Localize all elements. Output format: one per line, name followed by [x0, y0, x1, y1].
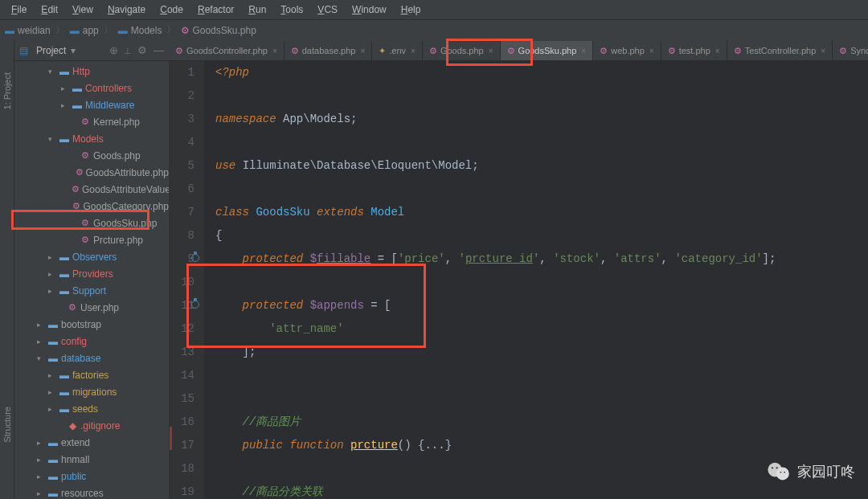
tree-extend[interactable]: ▸▬extend	[14, 434, 169, 451]
menu-vcs[interactable]: VCS	[311, 2, 344, 17]
tree-public[interactable]: ▸▬public	[14, 468, 169, 485]
close-icon[interactable]: ×	[411, 47, 416, 55]
breadcrumb-app[interactable]: ▬app	[70, 25, 99, 36]
tab-TestController.php[interactable]: ⚙TestController.php×	[727, 41, 833, 60]
wechat-icon	[767, 462, 791, 481]
svg-point-3	[776, 467, 777, 468]
svg-point-5	[784, 472, 785, 473]
breadcrumb-weidian[interactable]: ▬weidian	[5, 25, 51, 36]
tree-Middleware[interactable]: ▸▬Middleware	[14, 96, 169, 113]
menu-code[interactable]: Code	[154, 2, 190, 17]
editor-tabs: ⚙GoodsController.php×⚙database.php×✦.env…	[169, 40, 868, 61]
tree-User.php[interactable]: ⚙User.php	[14, 299, 169, 316]
menu-run[interactable]: Run	[242, 2, 272, 17]
tree-hnmall[interactable]: ▸▬hnmall	[14, 451, 169, 468]
close-icon[interactable]: ×	[821, 47, 825, 55]
svg-point-2	[772, 467, 773, 468]
close-icon[interactable]: ×	[272, 47, 277, 55]
menu-view[interactable]: View	[66, 2, 100, 17]
menu-refactor[interactable]: Refactor	[191, 2, 240, 17]
tab-web.php[interactable]: ⚙web.php×	[593, 41, 661, 60]
tab-test.php[interactable]: ⚙test.php×	[661, 41, 727, 60]
close-icon[interactable]: ×	[581, 47, 586, 55]
tree-Controllers[interactable]: ▸▬Controllers	[14, 80, 169, 96]
tree-Prcture.php[interactable]: ⚙Prcture.php	[14, 231, 169, 248]
menu-tools[interactable]: Tools	[274, 2, 309, 17]
project-panel-title: Project	[36, 45, 66, 56]
project-tree: ▾▬Http▸▬Controllers▸▬Middleware⚙Kernel.p…	[14, 61, 169, 499]
tree-resources[interactable]: ▸▬resources	[14, 485, 169, 499]
toolwindow-structure[interactable]: Structure	[2, 407, 12, 443]
tree-database[interactable]: ▾▬database	[14, 350, 169, 366]
svg-point-4	[780, 472, 781, 473]
toolwindow-project[interactable]: 1: Project	[2, 72, 12, 109]
tree-Support[interactable]: ▸▬Support	[14, 282, 169, 299]
tree-GoodsSku.php[interactable]: ⚙GoodsSku.php	[14, 215, 169, 231]
collapse-icon[interactable]: ⟂	[125, 44, 131, 56]
menu-navigate[interactable]: Navigate	[101, 2, 152, 17]
tree-Models[interactable]: ▾▬Models	[14, 130, 169, 147]
gear-icon[interactable]: ⚙	[137, 44, 147, 56]
watermark: 家园叮咚	[767, 462, 855, 481]
menu-file[interactable]: File	[5, 2, 33, 17]
tree-migrations[interactable]: ▸▬migrations	[14, 383, 169, 400]
menu-window[interactable]: Window	[346, 2, 393, 17]
folder-icon: ▤	[19, 45, 28, 56]
tree-GoodsCategory.php[interactable]: ⚙GoodsCategory.php	[14, 198, 169, 215]
tree-config[interactable]: ▸▬config	[14, 333, 169, 350]
close-icon[interactable]: ×	[489, 47, 493, 55]
breadcrumb-GoodsSku.php[interactable]: ⚙GoodsSku.php	[181, 25, 256, 36]
menubar: FileEditViewNavigateCodeRefactorRunTools…	[0, 0, 868, 19]
breadcrumbs: ▬weidian〉▬app〉▬Models〉⚙GoodsSku.php	[0, 19, 868, 40]
tree-factories[interactable]: ▸▬factories	[14, 366, 169, 383]
svg-point-1	[776, 467, 789, 480]
tree-Observers[interactable]: ▸▬Observers	[14, 248, 169, 265]
editor-area: ⚙GoodsController.php×⚙database.php×✦.env…	[169, 40, 868, 499]
target-icon[interactable]: ⊕	[109, 44, 118, 56]
close-icon[interactable]: ×	[649, 47, 654, 55]
project-sidebar: ▤ Project ▾ ⊕ ⟂ ⚙ — ▾▬Http▸▬Controllers▸…	[14, 40, 169, 499]
breadcrumb-Models[interactable]: ▬Models	[118, 25, 162, 36]
tree-seeds[interactable]: ▸▬seeds	[14, 400, 169, 417]
line-gutter: 12345678910111213141516171819202324	[169, 61, 204, 499]
close-icon[interactable]: ×	[360, 47, 365, 55]
left-tool-strip: 1: Project Structure	[0, 40, 14, 499]
code-content[interactable]: <?phpnamespace App\Models;use Illuminate…	[204, 61, 868, 499]
menu-edit[interactable]: Edit	[35, 2, 64, 17]
menu-help[interactable]: Help	[395, 2, 428, 17]
tree-Kernel.php[interactable]: ⚙Kernel.php	[14, 113, 169, 130]
tab-.env[interactable]: ✦.env×	[372, 41, 423, 60]
tab-GoodsController.php[interactable]: ⚙GoodsController.php×	[169, 41, 285, 60]
tree-GoodsAttributeValue.p[interactable]: ⚙GoodsAttributeValue.p	[14, 181, 169, 198]
red-marker	[170, 427, 172, 450]
tree-.gitignore[interactable]: ◆.gitignore	[14, 417, 169, 434]
tree-Providers[interactable]: ▸▬Providers	[14, 265, 169, 282]
tab-GoodsSku.php[interactable]: ⚙GoodsSku.php×	[501, 41, 594, 60]
tab-Goods.php[interactable]: ⚙Goods.php×	[423, 41, 501, 60]
tree-Goods.php[interactable]: ⚙Goods.php	[14, 147, 169, 164]
tab-SyncGoods.php[interactable]: ⚙SyncGoods.php×	[833, 41, 868, 60]
tree-Http[interactable]: ▾▬Http	[14, 63, 169, 80]
tree-GoodsAttribute.php[interactable]: ⚙GoodsAttribute.php	[14, 164, 169, 181]
tab-database.php[interactable]: ⚙database.php×	[285, 41, 373, 60]
hide-icon[interactable]: —	[154, 44, 164, 56]
tree-bootstrap[interactable]: ▸▬bootstrap	[14, 316, 169, 333]
close-icon[interactable]: ×	[715, 47, 720, 55]
